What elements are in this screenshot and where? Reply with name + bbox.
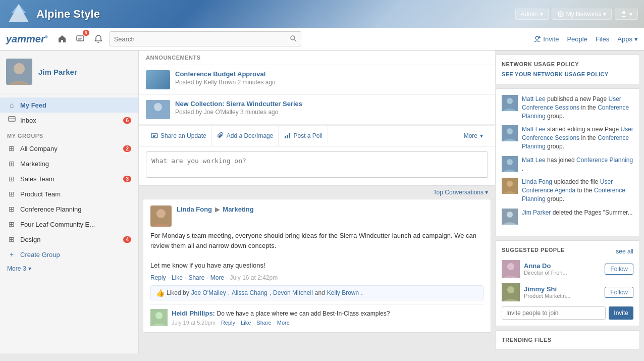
sidebar-item-sales-team[interactable]: ⊞ Sales Team 3: [0, 171, 138, 186]
suggested-people-card: SUGGESTED PEOPLE see all Anna Do Directo…: [495, 240, 640, 326]
more-chevron-icon: ▾: [480, 132, 483, 139]
search-icon[interactable]: [290, 35, 297, 43]
invite-nav-link[interactable]: Invite: [534, 35, 559, 43]
person-name-jimmy[interactable]: Jimmy Shi: [524, 285, 601, 293]
activity-page-3[interactable]: Conference Planning: [576, 157, 633, 164]
comment-author-avatar: [150, 309, 168, 326]
search-input[interactable]: [114, 35, 290, 43]
comment-more-link[interactable]: More: [277, 320, 290, 326]
liker-4[interactable]: Kelly Brown: [327, 289, 359, 296]
post-likes-bar: 👍 Liked by Joe O'Malley, Alissa Chang, D…: [150, 285, 484, 300]
follow-jimmy-button[interactable]: Follow: [605, 287, 633, 298]
follow-anna-button[interactable]: Follow: [605, 264, 633, 275]
sidebar-item-conference-planning[interactable]: ⊞ Conference Planning: [0, 201, 138, 217]
post-poll-button[interactable]: Post a Poll: [279, 125, 328, 146]
sidebar-nav: ⌂ My Feed Inbox 6 MY GROUPS ⊞ All Compan…: [0, 93, 138, 279]
sidebar-item-inbox[interactable]: Inbox 6: [0, 113, 138, 128]
ann-meta-1: Posted by Kelly Brown 2 minutes ago: [175, 79, 488, 86]
activity-actor-1[interactable]: Matt Lee: [522, 95, 546, 102]
group-icon: ⊞: [7, 160, 16, 168]
invite-button[interactable]: Invite: [609, 306, 633, 320]
svg-point-39: [507, 263, 514, 270]
liker-2[interactable]: Alissa Chang: [232, 289, 267, 296]
activity-avatar-5: [502, 209, 518, 225]
reply-link[interactable]: Reply: [150, 274, 166, 281]
post-body: For Monday's team meeting, everyone shou…: [150, 231, 484, 270]
add-doc-button[interactable]: Add a Doc/Image: [212, 125, 279, 146]
invite-input[interactable]: [502, 306, 606, 320]
person-role-jimmy: Product Marketin...: [524, 293, 601, 299]
sidebar-item-all-company[interactable]: ⊞ All Company 2: [0, 141, 138, 156]
sidebar-item-myfeed[interactable]: ⌂ My Feed: [0, 97, 138, 113]
sidebar-item-marketing[interactable]: ⊞ Marketing: [0, 156, 138, 171]
comment-author-name[interactable]: Heidi Phillips:: [172, 310, 215, 317]
sidebar-item-four-leaf[interactable]: ⊞ Four Leaf Community E...: [0, 217, 138, 232]
comment-box: Heidi Phillips: Do we have a place where…: [150, 304, 484, 326]
see-all-link[interactable]: see all: [616, 248, 633, 255]
files-nav-link[interactable]: Files: [596, 35, 609, 43]
ann-item-2: New Collection: Sierra Windcutter Series…: [139, 95, 495, 125]
sales-team-badge: 3: [123, 176, 131, 182]
activity-actor-5[interactable]: Jim Parker: [522, 209, 551, 216]
comment-reply-link[interactable]: Reply: [221, 320, 235, 326]
more-tools-button[interactable]: More ▾: [459, 125, 488, 146]
sidebar-item-create-group[interactable]: + Create Group: [0, 247, 138, 262]
thumbs-up-icon: 👍: [156, 289, 165, 297]
activity-avatar-3: [502, 156, 518, 172]
svg-point-41: [507, 286, 514, 293]
activity-avatar-1: [502, 95, 518, 111]
sidebar-more-button[interactable]: More 3 ▾: [0, 262, 138, 275]
share-update-icon: [151, 132, 158, 139]
group-icon: ⊞: [7, 205, 16, 213]
inbox-icon: [7, 116, 16, 124]
share-link[interactable]: Share: [188, 274, 204, 281]
feed-post-linda: Linda Fong ▶ Marketing For Monday's team…: [143, 199, 491, 333]
sidebar-item-product-team[interactable]: ⊞ Product Team: [0, 186, 138, 201]
liker-3[interactable]: Devon Mitchell: [273, 289, 313, 296]
post-input-field[interactable]: [146, 151, 488, 178]
svg-marker-1: [11, 4, 26, 13]
post-author-line: Linda Fong ▶ Marketing: [177, 205, 254, 213]
activity-actor-4[interactable]: Linda Fong: [522, 178, 552, 185]
activity-actor-2[interactable]: Matt Lee: [522, 126, 546, 133]
post-author-name[interactable]: Linda Fong: [177, 205, 212, 213]
network-policy-link[interactable]: SEE YOUR NETWORK USAGE POLICY: [502, 71, 608, 77]
profile-name[interactable]: Jim Parker: [38, 68, 77, 76]
groups-section-label: MY GROUPS: [0, 128, 138, 141]
comment-like-link[interactable]: Like: [241, 320, 251, 326]
center-right-area: ANNOUNCEMENTS Conference Budget Approval…: [139, 50, 644, 353]
comment-item: Heidi Phillips: Do we have a place where…: [150, 309, 484, 326]
ann-body-1: Conference Budget Approval Posted by Kel…: [175, 70, 488, 86]
main-layout: Jim Parker ⌂ My Feed Inbox 6 MY GROUPS ⊞…: [0, 50, 644, 353]
messages-badge: 6: [83, 30, 89, 36]
comment-share-link[interactable]: Share: [256, 320, 271, 326]
user-menu-button[interactable]: ▾: [615, 9, 638, 20]
person-name-anna[interactable]: Anna Do: [524, 262, 601, 270]
user-avatar: [6, 59, 32, 85]
networks-button[interactable]: My Networks ▾: [552, 9, 612, 20]
liker-1[interactable]: Joe O'Malley: [191, 289, 226, 296]
svg-rect-14: [9, 117, 15, 121]
ann-title-1[interactable]: Conference Budget Approval: [175, 70, 488, 78]
activity-actor-3[interactable]: Matt Lee: [522, 157, 546, 164]
comment-meta: July 19 at 5:20pm · Reply · Like · Share…: [172, 320, 484, 326]
post-author-info: Linda Fong ▶ Marketing: [177, 205, 254, 213]
share-update-button[interactable]: Share an Update: [146, 125, 212, 146]
post-arrow: ▶: [215, 205, 220, 213]
more-link[interactable]: More: [210, 274, 224, 281]
content-right-row: ANNOUNCEMENTS Conference Budget Approval…: [139, 50, 644, 353]
apps-chevron-icon: ▾: [634, 35, 638, 43]
post-group-name[interactable]: Marketing: [223, 205, 253, 213]
person-item-anna: Anna Do Director of Fron... Follow: [502, 260, 633, 278]
apps-nav-link[interactable]: Apps ▾: [617, 35, 638, 43]
ann-title-2[interactable]: New Collection: Sierra Windcutter Series: [175, 100, 488, 108]
people-nav-link[interactable]: People: [567, 35, 587, 43]
sidebar-item-design[interactable]: ⊞ Design 4: [0, 232, 138, 247]
suggested-people-title: SUGGESTED PEOPLE: [502, 247, 565, 253]
like-link[interactable]: Like: [172, 274, 183, 281]
top-conversations-link[interactable]: Top Conversations ▾: [434, 189, 488, 196]
notifications-nav-icon[interactable]: [91, 32, 105, 46]
admin-button[interactable]: Admin ▾: [515, 9, 549, 20]
activity-item-2: Matt Lee started editing a new Page User…: [502, 125, 633, 150]
home-nav-icon[interactable]: [55, 32, 69, 46]
